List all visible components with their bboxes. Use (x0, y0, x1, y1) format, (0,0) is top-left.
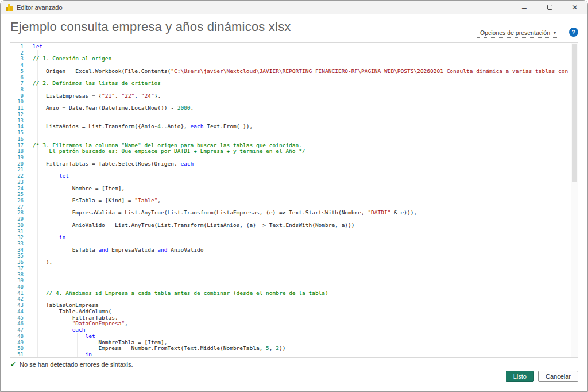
scrollbar-thumb[interactable] (572, 44, 577, 182)
display-options-label: Opciones de presentación (480, 29, 550, 36)
code-line: 39 (10, 278, 571, 284)
code-line: 18 El patrón buscado es: Que empiece por… (10, 148, 571, 155)
code-line: 31 (10, 229, 571, 235)
code-line: 41 // 4. Añadimos id Empresa a cada tabl… (10, 290, 571, 297)
dialog-footer: Listo Cancelar (1, 368, 587, 391)
code-line: 1let (10, 44, 571, 50)
code-line: 32 in (10, 235, 571, 241)
code-editor[interactable]: 1let23// 1. Conexión al origen45 Origen … (10, 42, 578, 358)
check-icon: ✓ (10, 360, 16, 368)
code-line: 34 EsTabla and EmpresaValida and AnioVal… (10, 247, 571, 253)
title-bar: Editor avanzado – ✕ (1, 1, 587, 14)
power-bi-icon (6, 4, 13, 11)
code-line: 3// 1. Conexión al origen (10, 56, 571, 62)
code-line: 20 FiltrarTablas = Table.SelectRows(Orig… (10, 161, 571, 167)
code-line: 28 EmpresaValida = List.AnyTrue(List.Tra… (10, 210, 571, 216)
display-options-dropdown[interactable]: Opciones de presentación ▾ (477, 28, 559, 38)
code-line: 22 let (10, 173, 571, 179)
done-button[interactable]: Listo (506, 371, 534, 382)
cancel-button[interactable]: Cancelar (538, 371, 578, 382)
help-icon[interactable]: ? (569, 28, 578, 37)
code-line: 46 "DataConEmpresa", (10, 321, 571, 327)
close-button[interactable]: ✕ (562, 1, 587, 14)
code-line: 35 (10, 253, 571, 259)
code-line: 38 (10, 272, 571, 278)
code-line: 11 Anio = Date.Year(DateTime.LocalNow())… (10, 105, 571, 112)
code-line: 9 ListaEmpresas = {"21", "22", "24"}, (10, 93, 571, 99)
code-line: 30 AnioValido = List.AnyTrue(List.Transf… (10, 222, 571, 229)
advanced-editor-window: { "window": { "title": "Editor avanzado"… (0, 0, 588, 392)
code-line: 14 ListaAnios = List.Transform({Anio-4..… (10, 124, 571, 130)
code-line: 5 Origen = Excel.Workbook(File.Contents(… (10, 68, 571, 75)
maximize-button[interactable] (537, 1, 562, 14)
code-line: 7// 2. Definimos las listas de criterios (10, 80, 571, 87)
code-line: 51 in (10, 352, 571, 357)
vertical-scrollbar[interactable] (571, 43, 578, 357)
status-message: No se han detectado errores de sintaxis. (20, 361, 133, 368)
code-line: 15 (10, 130, 571, 136)
minimize-button[interactable]: – (512, 1, 537, 14)
code-line: 50 Empresa = Number.FromText(Text.Middle… (10, 345, 571, 352)
code-lines: 1let23// 1. Conexión al origen45 Origen … (10, 44, 571, 357)
code-line: 12 (10, 112, 571, 118)
code-line: 36 ), (10, 259, 571, 266)
page-title: Ejemplo consulta empresa y años dinámico… (10, 20, 291, 34)
code-line: 21 (10, 167, 571, 173)
syntax-status: ✓ No se han detectado errores de sintaxi… (10, 360, 133, 368)
window-title: Editor avanzado (17, 4, 63, 11)
code-line: 37 (10, 266, 571, 272)
code-line: 26 EsTabla = [Kind] = "Table", (10, 198, 571, 204)
chevron-down-icon: ▾ (554, 30, 556, 36)
code-line: 24 Nombre = [Item], (10, 186, 571, 192)
